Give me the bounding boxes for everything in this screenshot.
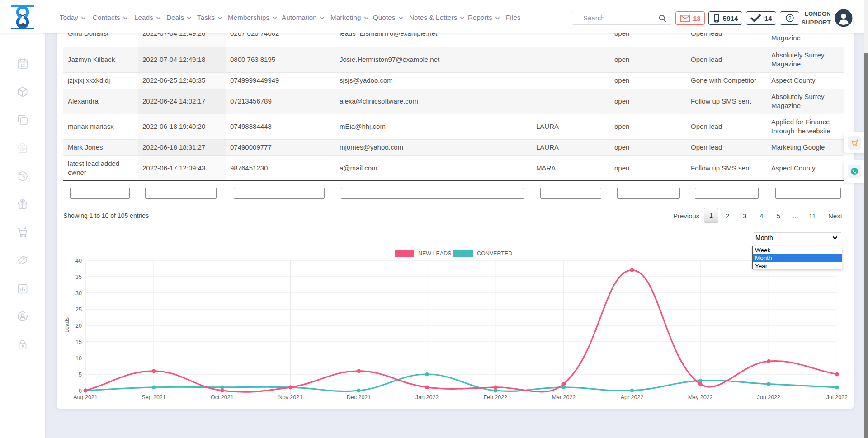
svg-text:12: 12 (20, 63, 25, 68)
